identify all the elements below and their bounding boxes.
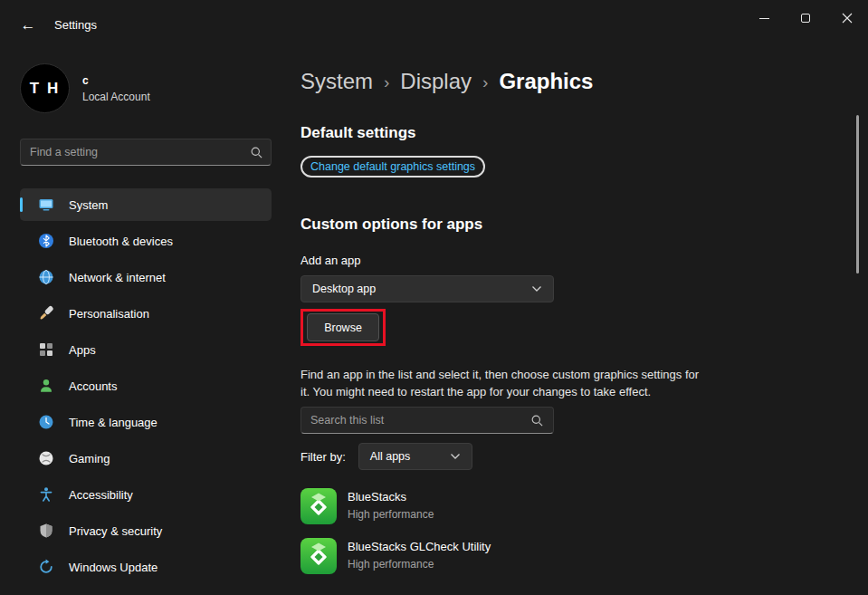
maximize-icon bbox=[801, 14, 810, 23]
sidebar-nav: System Bluetooth & devices Network & int… bbox=[20, 188, 272, 583]
titlebar: ← Settings bbox=[0, 0, 868, 50]
sidebar-item-network-internet[interactable]: Network & internet bbox=[20, 261, 272, 293]
globe-icon bbox=[38, 269, 54, 285]
browse-highlight-annotation: Browse bbox=[300, 309, 386, 346]
user-account-type: Local Account bbox=[82, 91, 150, 103]
update-arrows-icon bbox=[38, 559, 54, 575]
breadcrumb-graphics: Graphics bbox=[499, 67, 593, 96]
user-name: c bbox=[82, 74, 150, 87]
search-icon bbox=[250, 146, 263, 159]
main-content: System › Display › Graphics Default sett… bbox=[300, 50, 844, 595]
app-type-selected-value: Desktop app bbox=[312, 283, 376, 295]
monitor-icon bbox=[38, 197, 54, 213]
sidebar-item-accessibility[interactable]: Accessibility bbox=[20, 478, 272, 511]
custom-options-heading: Custom options for apps bbox=[300, 216, 844, 234]
bluestacks-icon bbox=[300, 538, 337, 574]
sidebar-item-apps[interactable]: Apps bbox=[20, 333, 272, 366]
chevron-down-icon bbox=[531, 285, 542, 293]
window-controls bbox=[743, 0, 868, 36]
close-button[interactable] bbox=[826, 0, 868, 36]
sidebar-item-accounts[interactable]: Accounts bbox=[20, 369, 272, 402]
app-row-bluestacks-glcheck[interactable]: BlueStacks GLCheck Utility High performa… bbox=[300, 538, 844, 574]
maximize-button[interactable] bbox=[785, 0, 826, 36]
selected-accent-bar bbox=[20, 197, 23, 212]
settings-window: ← Settings T H c Local Account bbox=[0, 0, 868, 595]
sidebar-item-system[interactable]: System bbox=[20, 188, 272, 221]
search-icon bbox=[530, 414, 544, 427]
bluestacks-icon bbox=[300, 488, 337, 524]
back-arrow-icon: ← bbox=[21, 16, 36, 34]
sidebar-item-privacy-security[interactable]: Privacy & security bbox=[20, 514, 272, 547]
paintbrush-icon bbox=[38, 305, 54, 321]
find-setting-input[interactable] bbox=[30, 146, 250, 158]
app-type-dropdown[interactable]: Desktop app bbox=[300, 275, 554, 302]
window-title: Settings bbox=[54, 18, 97, 32]
chevron-right-icon: › bbox=[482, 66, 488, 97]
sidebar: T H c Local Account bbox=[0, 50, 281, 595]
app-name: BlueStacks bbox=[348, 490, 434, 504]
custom-graphics-description: Find an app in the list and select it, t… bbox=[300, 366, 703, 400]
sidebar-item-windows-update[interactable]: Windows Update bbox=[20, 551, 272, 583]
filter-selected-value: All apps bbox=[370, 450, 410, 463]
sidebar-item-bluetooth-devices[interactable]: Bluetooth & devices bbox=[20, 225, 272, 257]
clock-icon bbox=[38, 414, 54, 430]
add-app-label: Add an app bbox=[300, 254, 844, 267]
shield-icon bbox=[38, 523, 54, 539]
change-default-graphics-link[interactable]: Change default graphics settings bbox=[300, 156, 485, 178]
chevron-down-icon bbox=[450, 453, 461, 460]
xbox-icon bbox=[38, 450, 54, 466]
breadcrumb-display[interactable]: Display bbox=[400, 67, 472, 96]
sidebar-item-time-language[interactable]: Time & language bbox=[20, 406, 272, 438]
chevron-right-icon: › bbox=[384, 66, 389, 97]
breadcrumb: System › Display › Graphics bbox=[300, 66, 844, 97]
bluetooth-icon bbox=[38, 233, 54, 249]
person-icon bbox=[38, 378, 54, 394]
user-account[interactable]: T H c Local Account bbox=[20, 63, 272, 113]
avatar: T H bbox=[20, 63, 70, 113]
browse-button[interactable]: Browse bbox=[307, 313, 379, 341]
app-row-bluestacks[interactable]: BlueStacks High performance bbox=[300, 488, 844, 524]
filter-dropdown[interactable]: All apps bbox=[358, 443, 472, 470]
filter-row: Filter by: All apps bbox=[300, 443, 844, 470]
filter-by-label: Filter by: bbox=[300, 450, 346, 464]
app-name: BlueStacks GLCheck Utility bbox=[348, 540, 491, 553]
app-setting-value: High performance bbox=[348, 558, 491, 571]
search-list-box[interactable] bbox=[300, 407, 554, 434]
apps-grid-icon bbox=[38, 341, 54, 358]
default-settings-heading: Default settings bbox=[300, 124, 844, 142]
minimize-icon bbox=[759, 18, 769, 19]
sidebar-item-gaming[interactable]: Gaming bbox=[20, 442, 272, 475]
app-setting-value: High performance bbox=[348, 508, 434, 521]
find-setting-search[interactable] bbox=[20, 139, 272, 166]
accessibility-icon bbox=[38, 486, 54, 503]
close-icon bbox=[842, 13, 853, 24]
minimize-button[interactable] bbox=[743, 0, 785, 36]
sidebar-item-personalisation[interactable]: Personalisation bbox=[20, 297, 272, 330]
search-list-input[interactable] bbox=[310, 414, 530, 427]
back-button[interactable]: ← bbox=[13, 12, 43, 39]
breadcrumb-system[interactable]: System bbox=[300, 67, 373, 96]
scrollbar[interactable] bbox=[856, 115, 859, 274]
